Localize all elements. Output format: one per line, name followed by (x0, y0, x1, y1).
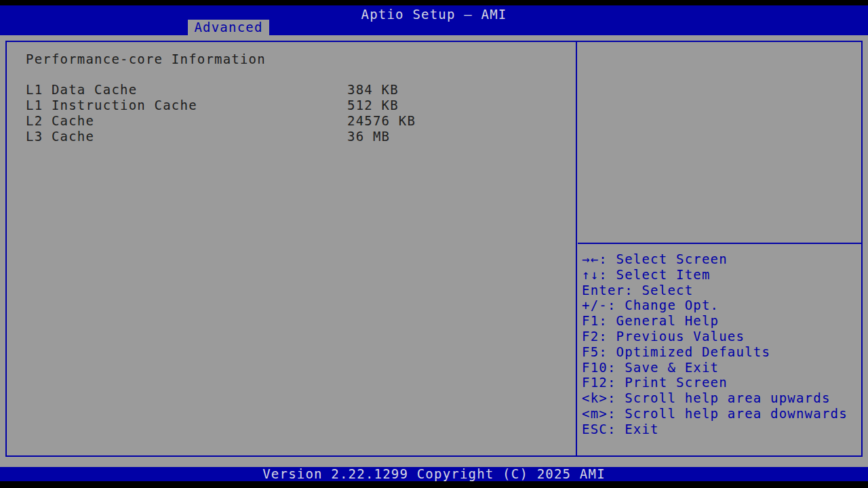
help-divider (578, 243, 861, 244)
cache-value: 384 KB (347, 82, 399, 97)
cache-info-row: L2 Cache24576 KB (0, 113, 575, 129)
cache-info-row: L3 Cache36 MB (0, 129, 575, 144)
key-help-line: <k>: Scroll help area upwards (582, 390, 861, 406)
section-title: Performance-core Information (26, 52, 266, 66)
bios-setup-screen: Aptio Setup – AMI Advanced Performance-c… (0, 0, 868, 488)
bottom-black-strip (0, 481, 868, 488)
version-text: Version 2.22.1299 Copyright (C) 2025 AMI (262, 466, 606, 481)
key-help-list: →←: Select Screen↑↓: Select ItemEnter: S… (582, 251, 861, 437)
cache-info-row: L1 Data Cache384 KB (0, 82, 575, 98)
cache-label: L1 Instruction Cache (26, 98, 197, 113)
app-title: Aptio Setup – AMI (0, 7, 868, 22)
panel-divider (576, 41, 577, 457)
title-bar: Aptio Setup – AMI (0, 5, 868, 35)
cache-label: L1 Data Cache (26, 82, 137, 97)
key-help-line: <m>: Scroll help area downwards (582, 406, 861, 422)
key-help-line: F2: Previous Values (582, 329, 861, 344)
key-help-line: F5: Optimized Defaults (582, 344, 861, 360)
key-help-line: F12: Print Screen (582, 375, 861, 390)
cache-label: L2 Cache (26, 113, 94, 128)
key-help-line: →←: Select Screen (582, 251, 861, 267)
key-help-line: F10: Save & Exit (582, 360, 861, 375)
key-help-line: +/-: Change Opt. (582, 298, 861, 313)
item-help-area (578, 42, 861, 243)
cache-label: L3 Cache (26, 129, 94, 144)
cache-value: 512 KB (347, 98, 399, 113)
cache-value: 24576 KB (347, 113, 416, 128)
key-help-line: ↑↓: Select Item (582, 267, 861, 283)
key-help-line: Enter: Select (582, 283, 861, 298)
top-black-strip (0, 0, 868, 5)
cache-info-list: L1 Data Cache384 KBL1 Instruction Cache5… (0, 82, 575, 144)
tab-advanced[interactable]: Advanced (188, 20, 269, 35)
cache-info-row: L1 Instruction Cache512 KB (0, 98, 575, 113)
key-help-line: F1: General Help (582, 313, 861, 329)
key-help-line: ESC: Exit (582, 422, 861, 437)
footer-bar: Version 2.22.1299 Copyright (C) 2025 AMI (0, 467, 868, 481)
cache-value: 36 MB (347, 129, 390, 144)
